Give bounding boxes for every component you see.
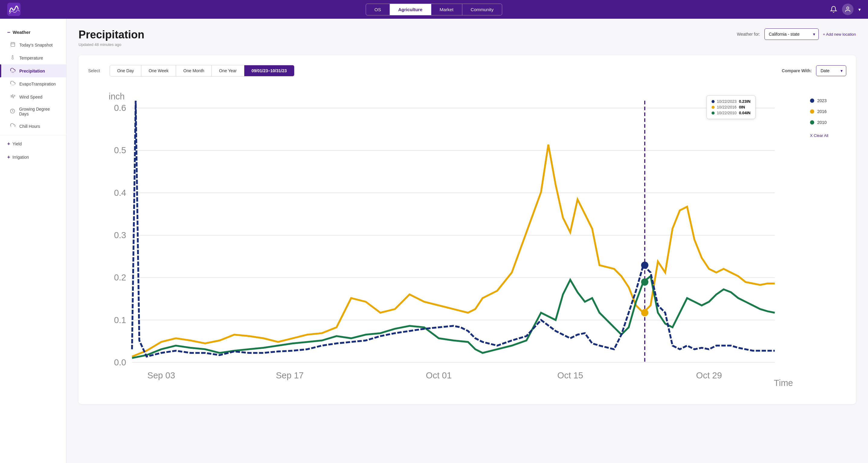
sidebar: – Weather Today's Snapshot Temperature P… xyxy=(0,19,66,463)
page-title-block: Precipitation Updated 48 minutes ago xyxy=(79,28,144,47)
legend-dot-2010 xyxy=(810,120,814,124)
svg-point-1 xyxy=(846,7,849,9)
range-selector-row: Select One Day One Week One Month One Ye… xyxy=(88,65,846,77)
precipitation-chart: inch Time 0.6 0.5 0. xyxy=(88,86,804,393)
top-nav: OS Agriculture Market Community ▾ xyxy=(0,0,868,19)
growing-label: Growing Degree Days xyxy=(19,107,59,116)
svg-text:Oct 29: Oct 29 xyxy=(696,371,722,380)
range-tab-one-day[interactable]: One Day xyxy=(110,65,141,76)
sidebar-item-chill[interactable]: Chill Hours xyxy=(0,120,66,133)
svg-rect-2 xyxy=(11,42,15,47)
page-title: Precipitation xyxy=(79,28,144,41)
svg-text:0.2: 0.2 xyxy=(114,272,126,282)
precipitation-label: Precipitation xyxy=(19,68,45,74)
wind-icon xyxy=(10,94,16,100)
sidebar-section-weather[interactable]: – Weather xyxy=(0,26,66,38)
svg-text:Time: Time xyxy=(774,378,793,388)
evapotranspiration-icon xyxy=(10,81,16,87)
svg-point-39 xyxy=(641,309,648,316)
user-avatar[interactable] xyxy=(842,4,854,15)
legend-item-2010[interactable]: 2010 xyxy=(810,120,846,125)
add-location-button[interactable]: + Add new location xyxy=(823,32,856,36)
select-label: Select xyxy=(88,68,100,73)
svg-text:0.6: 0.6 xyxy=(114,103,126,113)
svg-rect-0 xyxy=(7,3,21,16)
temperature-label: Temperature xyxy=(19,56,43,60)
chill-label: Chill Hours xyxy=(19,124,40,129)
user-menu-chevron-icon[interactable]: ▾ xyxy=(858,7,861,12)
page-subtitle: Updated 48 minutes ago xyxy=(79,42,144,47)
svg-text:0.5: 0.5 xyxy=(114,145,126,155)
legend-item-2023[interactable]: 2023 xyxy=(810,98,846,103)
sidebar-item-snapshot[interactable]: Today's Snapshot xyxy=(0,38,66,51)
range-tabs: One Day One Week One Month One Year 09/0… xyxy=(110,65,294,77)
sidebar-item-yield[interactable]: + Yield xyxy=(0,138,66,150)
compare-select[interactable]: Date xyxy=(816,65,846,76)
chill-icon xyxy=(10,123,16,129)
notification-bell-icon[interactable] xyxy=(830,6,837,13)
range-tab-one-week[interactable]: One Week xyxy=(141,65,176,76)
sidebar-item-growing[interactable]: Growing Degree Days xyxy=(0,104,66,120)
nav-tab-os[interactable]: OS xyxy=(366,4,390,15)
legend-label-2016: 2016 xyxy=(817,109,827,114)
sidebar-weather-label: Weather xyxy=(13,30,31,35)
weather-for-row: Weather for: California - state + Add ne… xyxy=(737,28,856,40)
svg-text:Oct 15: Oct 15 xyxy=(557,371,583,380)
legend-dot-2023 xyxy=(810,98,814,103)
main-content: Precipitation Updated 48 minutes ago Wea… xyxy=(66,19,868,463)
sidebar-item-evapotranspiration[interactable]: EvapoTranspiration xyxy=(0,77,66,90)
snapshot-label: Today's Snapshot xyxy=(19,42,53,48)
svg-text:0.1: 0.1 xyxy=(114,315,126,325)
compare-label: Compare With: xyxy=(782,68,812,73)
compare-with-row: Compare With: Date xyxy=(782,65,846,76)
app-body: – Weather Today's Snapshot Temperature P… xyxy=(0,19,868,463)
weather-collapse-icon: – xyxy=(7,29,10,35)
nav-tab-community[interactable]: Community xyxy=(462,4,502,15)
sidebar-item-wind[interactable]: Wind Speed xyxy=(0,90,66,104)
nav-tab-agriculture[interactable]: Agriculture xyxy=(390,4,431,15)
range-tab-one-month[interactable]: One Month xyxy=(176,65,212,76)
sidebar-divider xyxy=(0,135,66,136)
location-select-wrapper: California - state xyxy=(765,28,819,40)
irrigation-label: Irrigation xyxy=(12,155,29,160)
growing-icon xyxy=(10,109,16,115)
svg-text:inch: inch xyxy=(109,92,125,101)
irrigation-expand-icon: + xyxy=(7,154,10,160)
legend-label-2010: 2010 xyxy=(817,120,827,125)
app-logo[interactable] xyxy=(7,3,21,16)
weather-for-label: Weather for: xyxy=(737,32,760,36)
range-tab-custom[interactable]: 09/01/23–10/31/23 xyxy=(244,65,294,76)
yield-expand-icon: + xyxy=(7,141,10,147)
page-header: Precipitation Updated 48 minutes ago Wea… xyxy=(79,28,856,47)
active-indicator xyxy=(0,64,1,77)
svg-text:0.0: 0.0 xyxy=(114,357,126,367)
chart-legend: 2023 2016 2010 X Clear All xyxy=(810,86,846,395)
svg-point-38 xyxy=(641,261,648,269)
chart-card: Select One Day One Week One Month One Ye… xyxy=(79,55,856,404)
yield-label: Yield xyxy=(12,141,22,146)
legend-item-2016[interactable]: 2016 xyxy=(810,109,846,114)
svg-text:0.3: 0.3 xyxy=(114,230,126,240)
snapshot-icon xyxy=(10,42,16,48)
svg-text:Oct 01: Oct 01 xyxy=(426,371,452,380)
range-tab-one-year[interactable]: One Year xyxy=(212,65,244,76)
location-select[interactable]: California - state xyxy=(765,28,819,40)
legend-label-2023: 2023 xyxy=(817,98,827,103)
legend-dot-2016 xyxy=(810,109,814,114)
wind-label: Wind Speed xyxy=(19,95,42,99)
compare-select-wrapper: Date xyxy=(816,65,846,76)
sidebar-item-irrigation[interactable]: + Irrigation xyxy=(0,151,66,163)
svg-text:Sep 17: Sep 17 xyxy=(276,371,304,380)
precipitation-icon xyxy=(10,68,16,74)
chart-area: 10/22/2023 0.23IN 10/22/2016 0IN 10/22/2… xyxy=(88,86,846,395)
nav-tab-market[interactable]: Market xyxy=(431,4,462,15)
clear-all-button[interactable]: X Clear All xyxy=(810,133,846,138)
sidebar-item-temperature[interactable]: Temperature xyxy=(0,51,66,64)
svg-text:0.4: 0.4 xyxy=(114,188,126,198)
evapotranspiration-label: EvapoTranspiration xyxy=(19,82,56,86)
nav-right: ▾ xyxy=(830,4,861,15)
sidebar-item-precipitation[interactable]: Precipitation xyxy=(0,64,66,77)
temperature-icon xyxy=(10,55,16,61)
svg-point-40 xyxy=(641,278,648,286)
svg-text:Sep 03: Sep 03 xyxy=(147,371,175,380)
